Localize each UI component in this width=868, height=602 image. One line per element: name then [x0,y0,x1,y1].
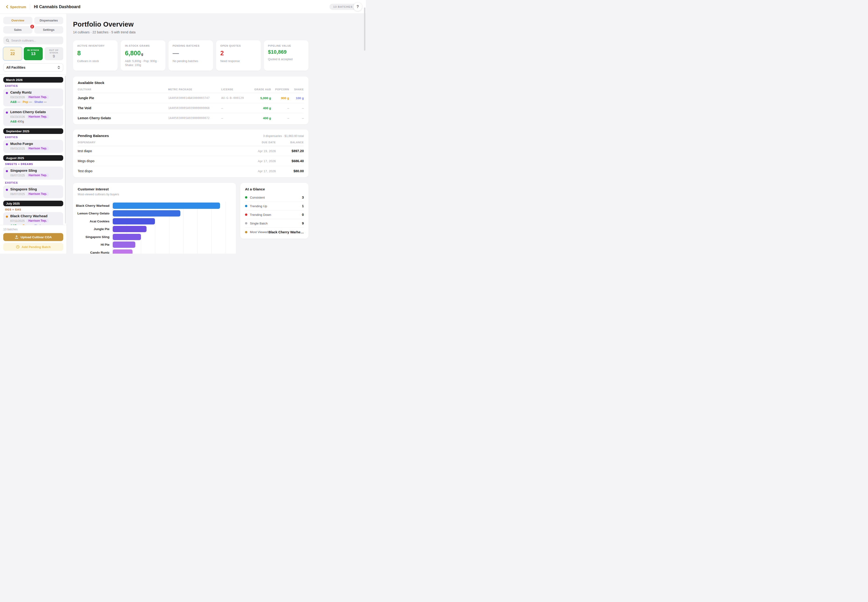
stat-grade-value: — [28,100,32,104]
sidebar-controls: OverviewDispensariesSales2Settings ALL22… [0,14,66,75]
search-input[interactable] [11,39,61,42]
filter-in-stock[interactable]: IN STOCK13 [24,47,43,60]
upload-icon [15,235,18,239]
cultivar-date: 09/03/2025 [10,147,25,150]
tab-settings[interactable]: Settings [34,26,63,34]
cultivar-date: 03/23/2026 [10,96,25,99]
upload-cultivar-coa-button[interactable]: Upload Cultivar COA [3,233,63,241]
column-header-popcorn: POPCORN [271,88,289,91]
chart-bar-hi-pie [113,241,135,248]
search-icon [6,39,9,42]
cell-license: AU-G-B-000129 [221,96,249,100]
status-dot-icon [245,213,247,216]
stat-grade-value: — [17,100,20,104]
tab-sales[interactable]: Sales2 [3,26,32,34]
cultivar-date: 08/07/2025 [10,174,25,177]
chart-bar-row [113,225,231,233]
sidebar-tabs: OverviewDispensariesSales2Settings [3,17,63,34]
back-link-spectrum[interactable]: Spectrum [6,5,26,9]
column-header-dispensary: DISPENSARY [78,141,241,144]
glance-label: Single Batch [250,222,302,225]
cell-license: – [221,106,249,110]
stat-label: OPEN QUOTES [220,45,257,47]
chart-bar-singapore-sling [113,234,141,240]
stat-grade-label: A&B [10,100,17,104]
chart-bar-row [113,233,231,241]
cultivar-card-black-cherry-warhead[interactable]: Black Cherry Warhead07/11/2025Harrison T… [3,212,63,225]
stat-value-unit: g [141,52,143,56]
cultivar-stats: A&B —·Pop —·Shake — [10,100,61,104]
glance-row-single-batch: Single Batch9 [245,219,304,228]
stats-separator: · [32,224,34,225]
chart-bar-candy-runtz [113,249,132,253]
chart-bar-row [113,210,231,218]
back-label: Spectrum [10,5,26,9]
cell-balance: $897.20 [276,149,304,153]
glance-row-trending-down: Trending Down0 [245,210,304,219]
filter-label: ALL [4,49,22,51]
cell-shake: – [289,106,304,110]
glance-value: 3 [302,195,304,199]
stat-grade-label: Pop [23,100,28,104]
cultivar-card-singapore-sling[interactable]: Singapore Sling08/07/2025Harrison Twp. [3,185,63,198]
cell-license: – [221,117,249,120]
chart-category-label: Jungle Pie [78,225,113,233]
cultivar-meta: 03/23/2026Harrison Twp. [10,95,61,100]
cultivar-dot-icon [6,143,8,145]
chart-bar-row [113,249,231,253]
cultivar-dot-icon [6,92,8,94]
stock-filters: ALL22IN STOCK13OUT OF STOCK9 [3,47,63,60]
cell-cultivar: Lemon Cherry Gelato [78,116,168,120]
facility-select[interactable]: All Facilities [3,63,63,72]
customer-interest-title: Customer Interest [78,187,231,191]
cultivar-card-singapore-sling[interactable]: Singapore Sling08/07/2025Harrison Twp. [3,167,63,180]
cultivar-card-mucho-fuego[interactable]: Mucho Fuego09/03/2025Harrison Twp. [3,140,63,153]
stat-value-number: $10,869 [268,49,287,55]
main-scrollbar[interactable] [364,8,366,51]
balance-row-megs-dispo: Megs dispoApr 17, 2026$686.40 [78,156,304,166]
stat-grade-value: — [28,224,32,225]
stat-value: $10,869 [268,49,304,55]
filter-all[interactable]: ALL22 [3,47,22,60]
stock-row-the-void: The Void1A405030005A939000000068–400 g–– [78,103,304,113]
help-button[interactable]: ? [353,3,362,11]
facility-badge: Harrison Twp. [27,146,49,150]
batches-count-label: 13 batches [3,228,63,231]
upload-label: Upload Cultivar COA [20,235,52,239]
column-header-grade-a-b: GRADE A&B [249,88,271,91]
cell-shake: 100 g [289,96,304,100]
cell-popcorn: 900 g [271,96,289,100]
stat-grade-label: Shake [34,100,43,104]
glance-value: 0 [302,213,304,217]
sidebar-scrollbar[interactable] [65,75,66,224]
status-dot-icon [245,222,247,224]
sidebar: OverviewDispensariesSales2Settings ALL22… [0,14,67,253]
month-header: July 2025 [3,201,63,206]
topbar-divider [30,4,30,9]
chart-category-label: Acai Cookies [78,217,113,225]
stat-value-number: 8 [77,50,81,57]
stat-value: — [173,50,209,57]
search-box[interactable] [3,37,63,45]
tab-overview[interactable]: Overview [3,17,32,24]
cultivar-card-lemon-cherry-gelato[interactable]: Lemon Cherry Gelato03/23/2026Harrison Tw… [3,108,63,126]
glance-value: Black Cherry Warhe… [268,230,304,234]
chart-bar-lemon-cherry-gelato [113,210,180,217]
cultivar-card-candy-runtz[interactable]: Candy Runtz03/23/2026Harrison Twp.A&B —·… [3,88,63,106]
glance-label: Trending Up [250,204,302,208]
stat-card-active-inventory: ACTIVE INVENTORY8Cultivars in stock [73,40,118,71]
at-a-glance-card: At a Glance Consistent3Trending Up1Trend… [240,183,309,239]
available-stock-header: CULTIVARMETRC PACKAGELICENSEGRADE A&BPOP… [78,88,304,93]
tab-badge: 2 [30,24,35,29]
filter-out-of-stock[interactable]: OUT OF STOCK9 [45,47,63,60]
add-pending-batch-button[interactable]: Add Pending Batch [3,243,63,251]
stat-label: IN-STOCK GRAMS [125,45,161,47]
stats-separator: · [20,224,23,225]
stat-grade-label: Pop [23,224,28,225]
facility-badge: Harrison Twp. [27,95,49,99]
chart-bar-black-cherry-warhead [113,203,220,209]
cell-grade-ab: 400 g [249,106,271,110]
cell-shake: – [289,117,304,120]
tab-dispensaries[interactable]: Dispensaries [34,17,63,24]
stat-subtext: Quoted & accepted [268,57,304,61]
